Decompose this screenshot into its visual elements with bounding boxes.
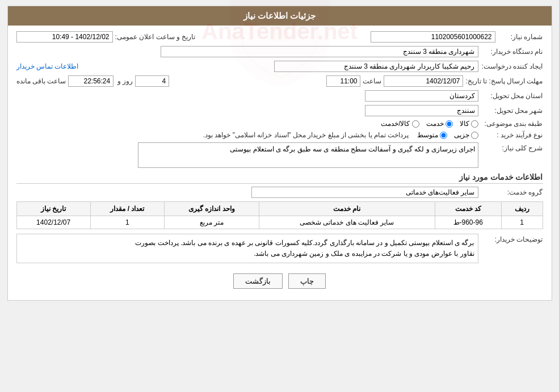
- ijad-konande-label: ایجاد کننده درخواست:: [481, 62, 543, 70]
- noefrayand-label: نوع فرآیند خرید :: [481, 131, 543, 139]
- khadamat-section-title: اطلاعات خدمات مورد نیاز: [16, 172, 543, 184]
- mohlat-date-input[interactable]: [384, 75, 463, 87]
- khadamat-table: ردیف کد خدمت نام خدمت واحد اندازه گیری ت…: [16, 201, 543, 229]
- radio-kala-khadamat: کالا/خدمت: [381, 120, 419, 128]
- noefrayand-radio-group: جزیی متوسط: [417, 131, 478, 139]
- goroh-khadamat-input[interactable]: [251, 187, 478, 198]
- shahr-input[interactable]: [365, 105, 478, 116]
- bazgasht-button[interactable]: بازگشت: [233, 273, 283, 289]
- radio-kala-khadamat-label: کالا/خدمت: [381, 120, 410, 128]
- row-ostan: استان محل تحویل:: [16, 90, 543, 102]
- row-mohlat: مهلت ارسال پاسخ: تا تاریخ: ساعت روز و سا…: [16, 75, 543, 87]
- row-name-dastgah: نام دستگاه خریدار:: [16, 46, 543, 57]
- shenare-niaz-label: شماره نیاز:: [498, 33, 543, 41]
- col-vahed: واحد اندازه گیری: [164, 202, 259, 216]
- ostan-label: استان محل تحویل:: [481, 92, 543, 100]
- cell-name-khadamat: سایر فعالیت های خدماتی شخصی: [259, 216, 435, 229]
- table-header: ردیف کد خدمت نام خدمت واحد اندازه گیری ت…: [16, 202, 543, 216]
- name-dastgah-label: نام دستگاه خریدار:: [481, 48, 543, 56]
- countdown-input[interactable]: [68, 75, 114, 87]
- shahr-label: شهر محل تحویل:: [481, 107, 543, 115]
- sharh-koli-textarea[interactable]: اجرای زیرسازی و لکه گیری و آسفالت سطح من…: [138, 142, 478, 168]
- mohlat-ersal-label: مهلت ارسال پاسخ: تا تاریخ:: [465, 77, 543, 85]
- ostan-input[interactable]: [365, 90, 478, 102]
- radio-motawaset-input[interactable]: [440, 132, 447, 139]
- row-tozihat: توضیحات خریدار: برگه ی استعلام بپوستی تک…: [16, 234, 543, 268]
- col-name-khadamat: نام خدمت: [259, 202, 435, 216]
- etelaat-tamas-link[interactable]: اطلاعات تماس خریدار: [16, 62, 79, 70]
- saat-label: ساعت: [363, 77, 381, 85]
- tozihat-content: برگه ی استعلام بپوستی تکمیل و در سامانه …: [16, 234, 478, 263]
- roz-label: روز و: [116, 77, 133, 85]
- noefrayand-note: پرداخت تمام یا بخشی از مبلغ خریدار محل "…: [203, 131, 409, 139]
- radio-motawaset-label: متوسط: [417, 131, 438, 139]
- radio-jozyi-label: جزیی: [454, 131, 469, 139]
- goroh-khadamat-label: گروه خدمت:: [481, 188, 543, 196]
- tarikh-elan-label: تاریخ و ساعت اعلان عمومی:: [115, 33, 196, 41]
- cell-tedad: 1: [90, 216, 164, 229]
- table-header-row: ردیف کد خدمت نام خدمت واحد اندازه گیری ت…: [16, 202, 543, 216]
- col-tarikh: تاریخ نیاز: [16, 202, 90, 216]
- row-noefrayand: نوع فرآیند خرید : جزیی متوسط پرداخت تمام…: [16, 131, 543, 139]
- radio-kala-label: کالا: [460, 120, 469, 128]
- radio-khadamat-input[interactable]: [445, 120, 453, 128]
- row-goroh-khadamat: گروه خدمت:: [16, 187, 543, 198]
- radio-khadamat: خدمت: [426, 120, 453, 128]
- ijad-konande-input[interactable]: [274, 61, 478, 72]
- page-title: جزئیات اطلاعات نیاز: [243, 11, 316, 20]
- radio-kala-input[interactable]: [471, 120, 478, 128]
- saat-input[interactable]: [326, 75, 360, 87]
- main-container: جزئیات اطلاعات نیاز R AnaTender.net شمار…: [7, 6, 552, 301]
- cell-kod-khadamat: 960-96-ط: [435, 216, 501, 229]
- col-kod-khadamat: کد خدمت: [435, 202, 501, 216]
- col-tedad: تعداد / مقدار: [90, 202, 164, 216]
- radio-khadamat-label: خدمت: [426, 120, 444, 128]
- radio-kala: کالا: [460, 120, 478, 128]
- row-shahr: شهر محل تحویل:: [16, 105, 543, 116]
- radio-jozyi: جزیی: [454, 131, 478, 139]
- row-shenare: شماره نیاز: تاریخ و ساعت اعلان عمومی:: [16, 31, 543, 43]
- row-sharh-koli: شرح کلی نیاز: اجرای زیرسازی و لکه گیری و…: [16, 142, 543, 168]
- table-row: 1 960-96-ط سایر فعالیت های خدماتی شخصی م…: [16, 216, 543, 229]
- cell-radif: 1: [501, 216, 543, 229]
- cell-vahed: متر مربع: [164, 216, 259, 229]
- row-ijad-konande: ایجاد کننده درخواست: اطلاعات تماس خریدار: [16, 61, 543, 72]
- chap-button[interactable]: چاپ: [288, 273, 326, 289]
- button-row: چاپ بازگشت: [16, 273, 543, 289]
- radio-kala-khadamat-input[interactable]: [412, 120, 419, 128]
- cell-tarikh: 1402/12/07: [16, 216, 90, 229]
- roz-input[interactable]: [135, 75, 169, 87]
- tabaqebandi-label: طبقه بندی موضوعی:: [481, 120, 543, 128]
- tarikh-elan-input[interactable]: [16, 31, 113, 43]
- content-area: R AnaTender.net شماره نیاز: تاریخ و ساعت…: [8, 26, 552, 300]
- col-radif: ردیف: [501, 202, 543, 216]
- tabaqebandi-radio-group: کالا خدمت کالا/خدمت: [381, 120, 478, 128]
- radio-jozyi-input[interactable]: [471, 132, 478, 139]
- page-header: جزئیات اطلاعات نیاز: [8, 6, 552, 26]
- table-body: 1 960-96-ط سایر فعالیت های خدماتی شخصی م…: [16, 216, 543, 229]
- tozihat-text1: برگه ی استعلام بپوستی تکمیل و در سامانه …: [20, 238, 474, 248]
- tozihat-label: توضیحات خریدار:: [481, 234, 543, 243]
- name-dastgah-input[interactable]: [161, 46, 478, 57]
- sharh-koli-label: شرح کلی نیاز:: [481, 142, 543, 152]
- baqi-mande-label: ساعت باقی مانده: [16, 77, 66, 85]
- radio-motawaset: متوسط: [417, 131, 447, 139]
- tozihat-text2: نقاور با عوارض مودی و یا شرکت در مزایبده…: [20, 248, 474, 259]
- shenare-niaz-input[interactable]: [371, 31, 495, 43]
- row-tabaqebandi: طبقه بندی موضوعی: کالا خدمت کالا/خدمت: [16, 120, 543, 128]
